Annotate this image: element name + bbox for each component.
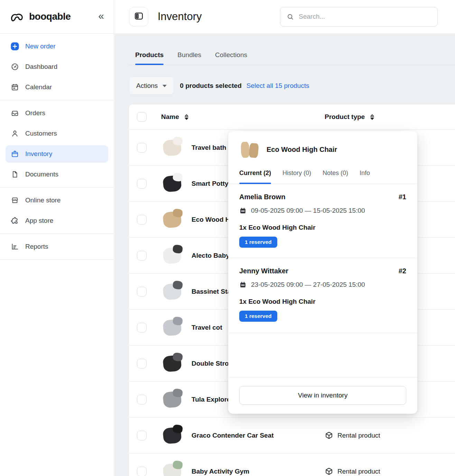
sidebar-item-label: New order [25, 43, 56, 50]
sidebar-item-documents[interactable]: Documents [6, 166, 108, 183]
sidebar-item-calendar[interactable]: Calendar [6, 79, 108, 96]
row-checkbox[interactable] [137, 179, 147, 189]
popover-tab-notes-0[interactable]: Notes (0) [323, 170, 348, 184]
sidebar-item-reports[interactable]: Reports [6, 238, 108, 255]
sidebar-nav-group: New orderDashboardCalendar [0, 34, 114, 100]
reservation-item: 1x Eco Wood High Chair [239, 298, 406, 305]
period-text: 09-05-2025 09:00 — 15-05-2025 15:00 [251, 207, 365, 214]
row-checkbox[interactable] [137, 215, 147, 225]
calendar-icon [239, 281, 247, 289]
sidebar-item-app-store[interactable]: App store [6, 212, 108, 229]
popover-tab-history-0[interactable]: History (0) [282, 170, 311, 184]
table-header-row: Name Product type [129, 104, 455, 129]
tab-bundles[interactable]: Bundles [177, 51, 201, 65]
sidebar-item-label: Reports [25, 243, 48, 250]
customer-name[interactable]: Jenny Wittaker [239, 267, 288, 275]
search-box[interactable] [280, 7, 438, 27]
sidebar-nav-group: Reports [0, 234, 114, 260]
sidebar-item-label: Customers [25, 130, 57, 137]
product-photo [162, 209, 184, 230]
product-photo [240, 140, 260, 159]
product-name[interactable]: Smart Potty [192, 180, 229, 187]
row-checkbox[interactable] [137, 359, 147, 368]
main-tabs: ProductsBundlesCollections [129, 51, 455, 65]
sidebar-item-label: Documents [25, 171, 58, 178]
inbox-icon [10, 109, 19, 118]
sidebar-item-dashboard[interactable]: Dashboard [6, 58, 108, 75]
reservation-header: Jenny Wittaker#2 [239, 267, 406, 275]
popover-tabs: Current (2)History (0)Notes (0)Info [228, 170, 417, 184]
product-photo [162, 245, 184, 266]
table-row[interactable]: Graco Contender Car SeatRental product [129, 417, 455, 453]
order-number[interactable]: #1 [399, 193, 406, 201]
sidebar-item-new-order[interactable]: New order [6, 38, 108, 55]
sidebar: booqable « New orderDashboardCalendarOrd… [0, 0, 114, 476]
chevron-down-icon [162, 85, 167, 87]
product-name[interactable]: Travel cot [192, 324, 222, 331]
product-type-label: Rental product [337, 468, 380, 475]
sidebar-item-label: Orders [25, 109, 45, 117]
actions-button[interactable]: Actions [129, 76, 174, 95]
product-photo [162, 317, 184, 338]
sidebar-item-orders[interactable]: Orders [6, 104, 108, 122]
popover-tab-info[interactable]: Info [360, 170, 370, 184]
calendar-icon [10, 83, 19, 92]
sidebar-item-label: Online store [25, 196, 61, 204]
sidebar-item-label: Inventory [25, 150, 52, 158]
product-type-cell: Rental product [325, 431, 380, 440]
sidebar-item-inventory[interactable]: Inventory [6, 145, 108, 163]
reservation-block: Amelia Brown#109-05-2025 09:00 — 15-05-2… [228, 184, 417, 258]
column-name-label: Name [161, 113, 179, 121]
product-photo [162, 353, 184, 374]
product-type-label: Rental product [337, 432, 380, 439]
reserved-badge: 1 reserved [239, 311, 277, 322]
person-icon [10, 129, 19, 138]
search-input[interactable] [299, 13, 431, 20]
row-checkbox[interactable] [137, 323, 147, 332]
reservation-period: 23-05-2025 09:00 — 27-05-2025 15:00 [239, 281, 406, 289]
sort-icon[interactable] [184, 114, 189, 120]
row-checkbox[interactable] [137, 431, 147, 440]
sidebar-item-label: Calendar [25, 83, 52, 91]
popover-product-title: Eco Wood High Chair [267, 146, 337, 154]
box-icon [10, 149, 19, 158]
popover-tab-current-2[interactable]: Current (2) [239, 170, 271, 184]
tab-collections[interactable]: Collections [215, 51, 247, 65]
product-name[interactable]: Graco Contender Car Seat [192, 432, 274, 439]
document-icon [10, 170, 19, 179]
order-number[interactable]: #2 [399, 267, 406, 275]
row-checkbox[interactable] [137, 395, 147, 404]
row-checkbox[interactable] [137, 287, 147, 296]
page-panel-toggle-button[interactable] [129, 7, 148, 26]
product-name[interactable]: Tula Explorer [192, 396, 233, 403]
cube-icon [325, 431, 334, 440]
customer-name[interactable]: Amelia Brown [239, 193, 285, 201]
sidebar-item-online-store[interactable]: Online store [6, 192, 108, 209]
sidebar-item-customers[interactable]: Customers [6, 125, 108, 142]
select-all-checkbox[interactable] [137, 112, 147, 122]
period-text: 23-05-2025 09:00 — 27-05-2025 15:00 [251, 281, 365, 289]
row-checkbox[interactable] [137, 143, 147, 153]
tab-products[interactable]: Products [135, 51, 164, 65]
table-row[interactable]: Baby Activity GymRental product [129, 453, 455, 476]
product-photo [162, 389, 184, 410]
column-header-product-type: Product type [325, 113, 375, 121]
sidebar-collapse-button[interactable]: « [98, 11, 104, 22]
view-in-inventory-button[interactable]: View in inventory [239, 386, 406, 405]
select-all-link[interactable]: Select all 15 products [247, 82, 309, 90]
product-photo [162, 425, 184, 446]
sort-icon[interactable] [370, 114, 375, 120]
popover-header: Eco Wood High Chair [228, 131, 417, 159]
reservation-header: Amelia Brown#1 [239, 193, 406, 201]
row-checkbox[interactable] [137, 467, 147, 476]
calendar-icon [239, 207, 247, 214]
product-name[interactable]: Baby Activity Gym [192, 468, 249, 475]
actions-row: Actions 0 products selected Select all 1… [129, 76, 455, 95]
chart-icon [10, 242, 19, 251]
sidebar-nav: New orderDashboardCalendarOrdersCustomer… [0, 34, 114, 260]
dashboard-icon [10, 62, 19, 71]
booqable-logo-text: booqable [29, 11, 71, 22]
product-name[interactable]: Travel bath [192, 144, 226, 152]
app-window: booqable « New orderDashboardCalendarOrd… [0, 0, 455, 476]
row-checkbox[interactable] [137, 251, 147, 260]
